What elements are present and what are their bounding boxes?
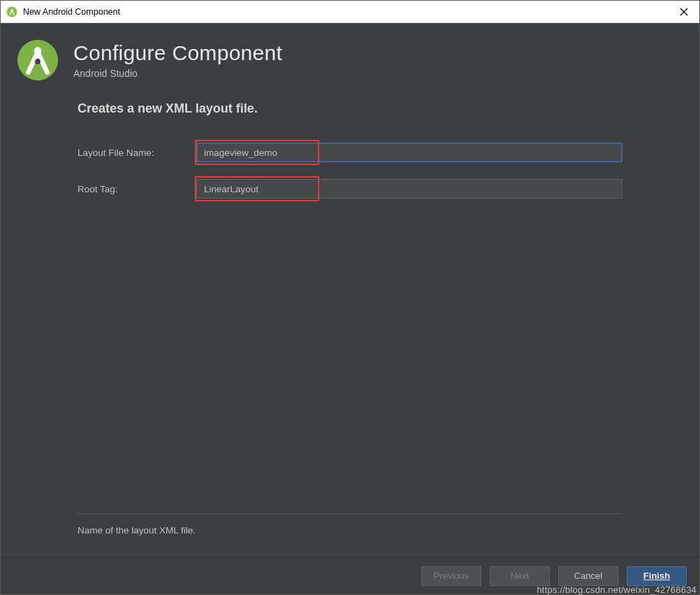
page-title: Configure Component	[73, 41, 282, 65]
svg-point-4	[35, 59, 41, 64]
cancel-button[interactable]: Cancel	[558, 566, 618, 586]
header: Configure Component Android Studio	[1, 23, 699, 101]
close-button[interactable]	[671, 2, 697, 22]
section-heading: Creates a new XML layout file.	[78, 101, 622, 116]
android-studio-logo-icon	[16, 38, 59, 82]
android-studio-icon	[6, 6, 17, 17]
hint-text: Name of the layout XML file.	[78, 514, 622, 557]
layout-file-name-row: Layout File Name:	[78, 143, 622, 162]
svg-point-3	[34, 47, 42, 55]
svg-point-0	[7, 6, 17, 17]
root-tag-label: Root Tag:	[78, 184, 196, 194]
dialog-window: New Android Component Configure Componen…	[0, 0, 700, 595]
finish-button[interactable]: Finish	[627, 566, 687, 586]
root-tag-row: Root Tag:	[78, 179, 622, 199]
root-tag-input-wrap	[196, 179, 622, 199]
svg-point-1	[11, 8, 13, 10]
dialog-client: Configure Component Android Studio Creat…	[1, 23, 699, 594]
root-tag-input[interactable]	[196, 179, 622, 199]
layout-file-name-label: Layout File Name:	[78, 148, 196, 158]
page-subtitle: Android Studio	[73, 68, 282, 79]
footer: Previous Next Cancel Finish https://blog…	[1, 557, 699, 594]
next-button[interactable]: Next	[490, 566, 550, 586]
layout-file-name-input[interactable]	[196, 143, 622, 162]
layout-file-name-input-wrap	[196, 143, 622, 162]
window-title: New Android Component	[23, 7, 671, 17]
previous-button[interactable]: Previous	[421, 566, 481, 586]
header-titles: Configure Component Android Studio	[73, 41, 282, 79]
body: Creates a new XML layout file. Layout Fi…	[1, 101, 699, 557]
title-bar: New Android Component	[1, 1, 699, 23]
watermark-text: https://blog.csdn.net/weixin_42768634	[537, 585, 697, 595]
